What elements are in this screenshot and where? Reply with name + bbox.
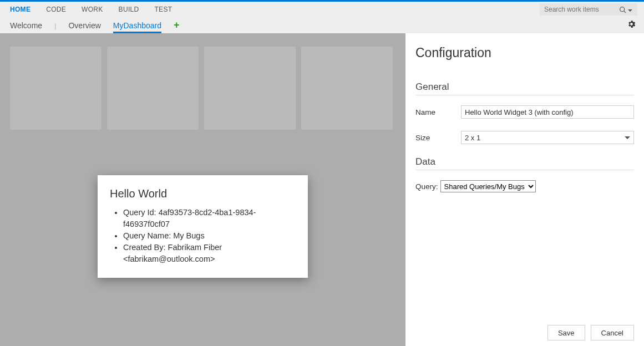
name-input[interactable] (461, 105, 634, 119)
widget-title: Hello World (110, 187, 296, 200)
gear-icon[interactable] (627, 19, 636, 30)
main-area: Hello World Query Id: 4af93573-8cd2-4ba1… (0, 33, 644, 346)
query-select[interactable]: Shared Queries/My Bugs (440, 180, 536, 192)
widget-placeholders (10, 47, 395, 130)
subtab-welcome[interactable]: Welcome (10, 21, 42, 33)
chevron-down-icon (625, 136, 630, 139)
primary-nav: HOME CODE WORK BUILD TEST (0, 2, 644, 17)
widget-placeholder[interactable] (10, 47, 102, 130)
subtab-mydashboard[interactable]: MyDashboard (113, 21, 161, 33)
search-box[interactable] (540, 3, 637, 16)
tab-test[interactable]: TEST (154, 6, 172, 13)
svg-line-1 (624, 11, 626, 12)
size-value: 2 x 1 (465, 134, 480, 142)
section-data: Data (415, 156, 634, 170)
widget-placeholder[interactable] (204, 47, 296, 130)
section-general: General (415, 82, 634, 95)
search-icon[interactable] (617, 6, 634, 13)
save-button[interactable]: Save (547, 325, 585, 340)
cancel-button[interactable]: Cancel (591, 325, 634, 340)
size-label: Size (415, 134, 461, 142)
panel-footer: Save Cancel (547, 325, 634, 340)
hello-world-widget[interactable]: Hello World Query Id: 4af93573-8cd2-4ba1… (98, 175, 308, 278)
tab-work[interactable]: WORK (82, 6, 103, 13)
add-tab-button[interactable]: + (174, 19, 180, 33)
list-item: Query Id: 4af93573-8cd2-4ba1-9834-f46937… (123, 207, 296, 230)
query-label: Query: (415, 182, 438, 191)
config-panel: Configuration General Name Size 2 x 1 Da… (405, 33, 644, 346)
tab-home[interactable]: HOME (10, 6, 31, 13)
size-row: Size 2 x 1 (415, 131, 634, 144)
svg-point-0 (620, 7, 625, 11)
widget-placeholder[interactable] (301, 47, 393, 130)
list-item: Created By: Fabrikam Fiber <fabrikam@out… (123, 242, 296, 265)
list-item: Query Name: My Bugs (123, 230, 296, 242)
widget-placeholder[interactable] (107, 47, 199, 130)
name-label: Name (415, 108, 461, 116)
panel-title: Configuration (415, 45, 634, 60)
tab-separator: | (54, 22, 56, 33)
name-row: Name (415, 105, 634, 119)
secondary-nav: Welcome | Overview MyDashboard + (0, 17, 644, 33)
dashboard-canvas: Hello World Query Id: 4af93573-8cd2-4ba1… (0, 33, 405, 346)
query-row: Query: Shared Queries/My Bugs (415, 180, 634, 192)
subtab-overview[interactable]: Overview (68, 21, 100, 33)
search-input[interactable] (540, 6, 617, 13)
tab-code[interactable]: CODE (46, 6, 66, 13)
size-select[interactable]: 2 x 1 (461, 131, 634, 144)
widget-list: Query Id: 4af93573-8cd2-4ba1-9834-f46937… (110, 207, 296, 265)
tab-build[interactable]: BUILD (119, 6, 139, 13)
